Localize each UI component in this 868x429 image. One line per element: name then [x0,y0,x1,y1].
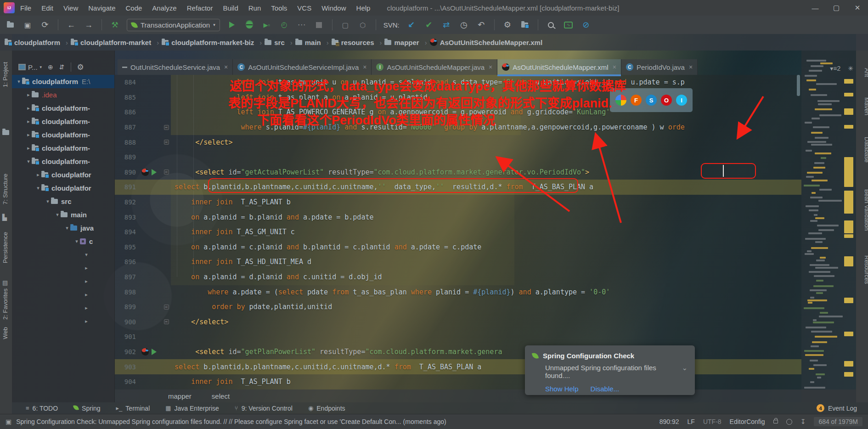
activity-monitor-icon[interactable]: ∿ [563,19,574,30]
tool-button-persistence[interactable]: Persistence [2,232,14,263]
show-help-link[interactable]: Show Help [545,385,579,393]
screenshot-icon[interactable]: ▢ [340,19,351,30]
tree-item[interactable]: ▸ [12,261,114,275]
fold-marker-icon[interactable]: − [164,319,169,324]
code-line-892[interactable]: 892inner join T_AS_PLANT b [115,195,801,210]
code-line-901[interactable]: 901 [115,329,801,344]
browser-safari-icon[interactable]: S [646,95,657,106]
tree-item[interactable]: ▾ [12,248,114,261]
collapsed-arrow-icon[interactable]: ▸ [83,278,90,284]
sync-icon[interactable]: ⟳ [39,19,51,30]
tree-item-cloudplatform[interactable]: ▸cloudplatform- [12,141,114,155]
editorconfig-indicator[interactable]: EditorConfig [730,418,765,425]
tree-item[interactable]: ▸ [12,275,114,288]
attach-profiler-icon[interactable]: ⋯ [296,19,307,30]
memory-indicator[interactable]: 684 of 1979M [814,417,862,426]
run-statement-icon[interactable] [152,349,157,355]
breadcrumb-cloudplatform-market-biz[interactable]: cloudplatform-market-biz› [162,39,262,46]
tool-window-switcher-icon[interactable]: ▣ [6,418,11,425]
close-tab-icon[interactable]: × [489,63,492,71]
tree-item-cloudplatform[interactable]: ▸cloudplatform- [12,115,114,128]
collapsed-arrow-icon[interactable]: ▸ [83,265,90,271]
project-structure-icon[interactable] [519,19,530,30]
editor-options-icon[interactable]: ✳ [848,65,853,72]
minimize-button[interactable]: — [805,0,826,16]
expanded-arrow-icon[interactable]: ▾ [45,198,51,204]
settings-wrench-icon[interactable]: ⚙ [502,19,513,30]
collapse-all-icon[interactable]: ⇵ [59,63,65,71]
tab-periodidvo-java[interactable]: CPeriodIdVo.java× [621,59,698,75]
open-file-icon[interactable] [5,19,16,30]
close-tab-icon[interactable]: × [363,63,366,71]
code-line-902[interactable]: 902<select id="getPlanPowerList" resultT… [115,344,801,360]
vcs-merge-icon[interactable]: ⇄ [441,19,452,30]
breadcrumb-main[interactable]: main› [295,39,329,46]
disable-link[interactable]: Disable... [591,385,620,393]
menu-window[interactable]: Window [321,4,346,12]
power-save-icon[interactable]: ⊘ [581,19,592,30]
line-ending-indicator[interactable]: LF [688,418,695,425]
project-view-selector[interactable]: P...▾ [18,63,42,71]
menu-navigate[interactable]: Navigate [88,4,115,12]
menu-file[interactable]: File [20,4,31,12]
tree-item-cloudplatfor[interactable]: ▾cloudplatfor [12,181,114,195]
code-line-903[interactable]: 903select b.plantid,b.plantname,c.unitid… [115,359,801,374]
build-hammer-icon[interactable]: ⚒ [109,19,120,30]
forward-icon[interactable]: → [83,19,94,30]
close-button[interactable]: ✕ [847,0,868,16]
breadcrumb-mapper[interactable]: mapper› [384,39,427,46]
tool-button-bean-validation[interactable]: Bean Validation [858,189,868,231]
tab-outunitscheduleservice-java[interactable]: OutUnitScheduleService.java× [118,59,233,75]
browser-opera-icon[interactable]: O [661,95,672,106]
hidden-tabs-dropdown-icon[interactable]: ▾≡2 [830,65,840,72]
locate-file-icon[interactable]: ⊕ [48,63,53,71]
code-line-890[interactable]: 890−<select id="getActualPowerList" resu… [115,165,801,180]
profiler-icon[interactable]: ◴ [279,19,290,30]
fold-marker-icon[interactable]: − [164,169,169,175]
vcs-update-icon[interactable]: ↙ [406,19,417,30]
collapsed-arrow-icon[interactable]: ▸ [25,92,32,98]
tree-item-java[interactable]: ▾java [12,221,114,235]
expanded-arrow-icon[interactable]: ▾ [54,212,61,218]
code-editor[interactable]: 884left join t_as_gm_unit u on u.planid … [115,75,801,389]
tree-item[interactable]: ▸ [12,301,114,315]
expanded-arrow-icon[interactable]: ▾ [83,252,90,258]
run-with-coverage-icon[interactable]: ▶▫ [261,19,272,30]
menu-run[interactable]: Run [248,4,261,12]
code-line-900[interactable]: 900−</select> [115,315,801,330]
menu-view[interactable]: View [63,4,78,12]
expanded-arrow-icon[interactable]: ▾ [16,79,22,85]
tab-asoutunitschedulemapper-java[interactable]: IAsOutUnitScheduleMapper.java× [372,59,497,75]
expanded-arrow-icon[interactable]: ▾ [64,225,70,231]
code-line-904[interactable]: 904inner join T_AS_PLANT b [115,374,801,389]
event-log-button[interactable]: 4Event Log [817,404,857,412]
editor-scrollbar-thumb[interactable] [797,75,800,96]
tree-item[interactable]: ▸ [12,315,114,328]
run-statement-icon[interactable] [152,169,157,175]
browser-ie-icon[interactable]: I [676,95,687,106]
collapsed-arrow-icon[interactable]: ▸ [25,145,32,151]
menu-refactor[interactable]: Refactor [187,4,213,12]
search-everywhere-icon[interactable] [546,19,557,30]
fold-marker-icon[interactable]: − [164,125,169,130]
expanded-arrow-icon[interactable]: ▾ [25,158,32,164]
collapsed-arrow-icon[interactable]: ▸ [25,119,32,124]
tool-button-2-favorites[interactable]: 2: Favorites [2,288,14,320]
tree-item-cloudplatform[interactable]: ▸cloudplatform- [12,128,114,141]
code-line-893[interactable]: 893on a.planid = b.planid and a.pdate = … [115,209,801,225]
tool-button-maven[interactable]: Maven [858,97,868,115]
tree-item-c[interactable]: ▾c [12,235,114,248]
back-icon[interactable]: ← [66,19,77,30]
tree-item-cloudplatform[interactable]: ▾cloudplatform- [12,155,114,168]
breadcrumb-cloudplatform-market[interactable]: cloudplatform-market› [71,39,159,46]
rollback-icon[interactable]: ↶ [476,19,487,30]
code-line-889[interactable]: 889 [115,150,801,165]
caret-position[interactable]: 890:92 [659,418,679,425]
vcs-commit-icon[interactable]: ✔ [423,19,434,30]
status-message[interactable]: Spring Configuration Check: Unmapped Spr… [16,418,446,425]
tab-asoutunitscheduleserviceimpl-java[interactable]: CAsOutUnitScheduleServiceImpl.java× [233,59,372,75]
tool-button-ant[interactable]: Ant [858,68,868,77]
collapsed-arrow-icon[interactable]: ▸ [83,318,90,324]
tool-button-1-project[interactable]: 1: Project [2,62,14,87]
menu-help[interactable]: Help [356,4,371,12]
